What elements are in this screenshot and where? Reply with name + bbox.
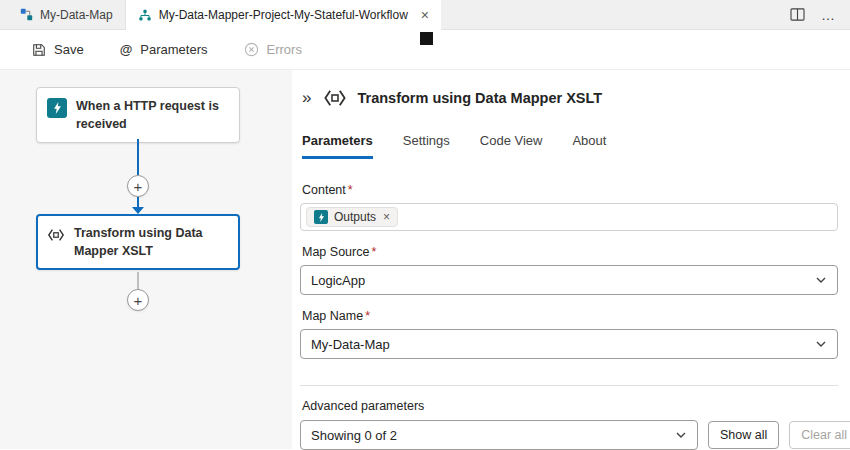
required-marker: *: [365, 309, 370, 323]
parameters-icon: @: [120, 42, 133, 57]
tab-code-view[interactable]: Code View: [480, 133, 543, 159]
errors-icon: [244, 42, 259, 57]
chevron-down-icon: [815, 338, 827, 350]
designer-toolbar: Save @ Parameters Errors: [0, 30, 850, 70]
tab-my-data-map[interactable]: My-Data-Map: [8, 0, 126, 29]
tab-bar: My-Data-Map My-Data-Mapper-Project-My-St…: [0, 0, 850, 30]
advanced-parameters-dropdown[interactable]: Showing 0 of 2: [300, 420, 698, 450]
advanced-parameters-row: Showing 0 of 2 Show all Clear all: [300, 420, 838, 450]
dark-square: [420, 32, 433, 45]
xslt-transform-icon: [47, 226, 65, 244]
panel-tabs: Parameters Settings Code View About: [300, 133, 838, 159]
map-source-value: LogicApp: [311, 273, 365, 288]
connector-line-top: [137, 139, 139, 175]
advanced-parameters-value: Showing 0 of 2: [311, 428, 397, 443]
map-name-dropdown[interactable]: My-Data-Map: [300, 329, 838, 359]
split-editor-icon[interactable]: [790, 8, 805, 21]
parameters-button[interactable]: @ Parameters: [120, 42, 208, 57]
map-name-label: Map Name*: [300, 309, 838, 323]
errors-label: Errors: [267, 42, 302, 57]
data-map-icon: [20, 8, 33, 21]
connector-line-below: [137, 272, 139, 289]
tab-label: My-Data-Mapper-Project-My-Stateful-Workf…: [159, 8, 408, 22]
map-source-label-text: Map Source: [302, 245, 369, 259]
remove-token-icon[interactable]: ×: [383, 211, 390, 223]
required-marker: *: [348, 183, 353, 197]
chevron-down-icon: [675, 429, 687, 441]
action-card-selected[interactable]: Transform using Data Mapper XSLT: [36, 214, 240, 270]
section-divider: [300, 385, 838, 386]
trigger-title: When a HTTP request is received: [76, 97, 229, 133]
save-icon: [32, 43, 46, 57]
logic-apps-designer-window: My-Data-Map My-Data-Mapper-Project-My-St…: [0, 0, 850, 450]
save-label: Save: [54, 42, 84, 57]
http-request-icon: [47, 98, 67, 118]
panel-header: » Transform using Data Mapper XSLT: [300, 70, 838, 110]
tab-label: My-Data-Map: [40, 8, 113, 22]
advanced-parameters-label: Advanced parameters: [300, 399, 838, 413]
chevron-down-icon: [815, 274, 827, 286]
outputs-token[interactable]: Outputs ×: [306, 207, 398, 227]
errors-button[interactable]: Errors: [244, 42, 302, 57]
content-input[interactable]: Outputs ×: [300, 203, 838, 231]
token-label: Outputs: [334, 210, 376, 224]
more-actions-icon[interactable]: …: [821, 7, 836, 23]
panel-title: Transform using Data Mapper XSLT: [357, 90, 602, 106]
tab-workflow[interactable]: My-Data-Mapper-Project-My-Stateful-Workf…: [126, 0, 441, 30]
connector-arrowhead: [132, 207, 144, 214]
add-action-button-1[interactable]: +: [127, 175, 149, 197]
action-title: Transform using Data Mapper XSLT: [74, 224, 229, 260]
trigger-card[interactable]: When a HTTP request is received: [36, 87, 240, 143]
clear-all-button[interactable]: Clear all: [789, 421, 850, 449]
tab-about[interactable]: About: [572, 133, 606, 159]
xslt-transform-icon: [323, 86, 347, 110]
map-name-label-text: Map Name: [302, 309, 363, 323]
show-all-button[interactable]: Show all: [708, 421, 779, 449]
designer-body: When a HTTP request is received + Transf…: [0, 70, 850, 449]
map-name-value: My-Data-Map: [311, 337, 390, 352]
tabbar-spacer: [441, 0, 790, 29]
tabbar-actions: …: [790, 0, 850, 29]
parameters-label: Parameters: [140, 42, 207, 57]
map-source-label: Map Source*: [300, 245, 838, 259]
close-tab-icon[interactable]: ×: [421, 8, 429, 22]
token-bolt-icon: [314, 210, 328, 224]
save-button[interactable]: Save: [32, 42, 84, 57]
connector-line-bottom: [137, 197, 139, 207]
required-marker: *: [371, 245, 376, 259]
workflow-canvas[interactable]: When a HTTP request is received + Transf…: [0, 70, 292, 449]
workflow-icon: [138, 9, 152, 22]
add-action-button-2[interactable]: +: [127, 289, 149, 311]
map-source-dropdown[interactable]: LogicApp: [300, 265, 838, 295]
tab-settings[interactable]: Settings: [403, 133, 450, 159]
tab-parameters[interactable]: Parameters: [302, 133, 373, 159]
content-label-text: Content: [302, 183, 346, 197]
content-label: Content*: [300, 183, 838, 197]
action-details-panel: » Transform using Data Mapper XSLT Param…: [292, 70, 850, 449]
collapse-panel-icon[interactable]: »: [300, 88, 313, 108]
